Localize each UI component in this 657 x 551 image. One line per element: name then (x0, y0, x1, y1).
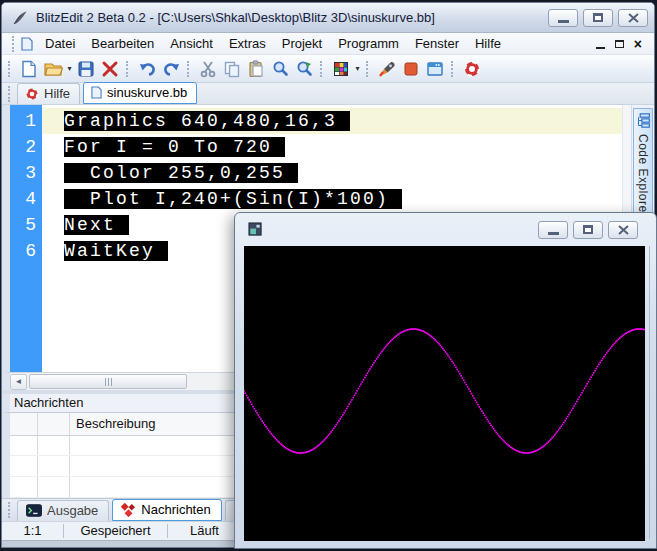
menu-ansicht[interactable]: Ansicht (162, 34, 221, 53)
menu-projekt[interactable]: Projekt (274, 34, 330, 53)
document-icon (21, 37, 33, 51)
stop-icon (402, 60, 420, 78)
cut-button[interactable] (196, 57, 220, 81)
code-explorer-tab[interactable]: Code Explorer (633, 108, 653, 226)
close-button[interactable] (618, 9, 648, 27)
find-button[interactable] (268, 57, 292, 81)
save-button[interactable] (74, 57, 98, 81)
menu-datei[interactable]: Datei (37, 34, 83, 53)
document-tabbar: Hilfe sinuskurve.bb (2, 83, 654, 105)
document-icon (91, 86, 102, 99)
scroll-left-arrow[interactable]: ◄ (10, 374, 27, 390)
minimize-icon (548, 232, 559, 235)
stop-button[interactable] (399, 57, 423, 81)
open-file-button[interactable] (41, 57, 65, 81)
undo-icon (138, 60, 157, 78)
runtime-restore-button[interactable] (573, 221, 603, 239)
code-line-2[interactable]: For I = 0 To 720 (42, 134, 622, 160)
new-file-icon (20, 60, 38, 78)
help-button[interactable] (460, 57, 484, 81)
selected-code: Next (64, 215, 129, 235)
close-icon (628, 13, 639, 23)
tab-ausgabe[interactable]: Ausgabe (17, 500, 109, 521)
mdi-restore-icon[interactable] (615, 40, 624, 48)
graphics-canvas (244, 246, 645, 541)
mdi-minimize-icon[interactable] (596, 47, 605, 49)
titlebar[interactable]: BlitzEdit 2 Beta 0.2 - [C:\Users\Shkal\D… (2, 3, 654, 33)
code-explorer-label: Code Explorer (636, 134, 650, 217)
code-line-1[interactable]: Graphics 640,480,16,3 (42, 108, 622, 134)
status-saved: Gespeichert (64, 524, 168, 538)
sine-curve-svg (244, 246, 645, 541)
tab-sinuskurve[interactable]: sinuskurve.bb (83, 82, 197, 104)
line-number: 4 (10, 186, 36, 212)
redo-button[interactable] (159, 57, 183, 81)
line-number: 1 (10, 108, 36, 134)
toolbar-grip-1[interactable] (8, 61, 12, 77)
menu-hilfe[interactable]: Hilfe (467, 34, 509, 53)
runtime-titlebar[interactable] (235, 213, 656, 246)
lifebuoy-icon (25, 87, 39, 101)
toolbar-grip-4[interactable] (320, 61, 324, 77)
search-icon (271, 60, 289, 78)
close-icon (618, 225, 629, 235)
runtime-close-button[interactable] (608, 221, 638, 239)
window-title: BlitzEdit 2 Beta 0.2 - [C:\Users\Shkal\D… (36, 10, 548, 25)
toolbar-grip-5[interactable] (366, 61, 370, 77)
code-line-4[interactable]: Plot I,240+(Sin(I)*100) (42, 186, 622, 212)
find-replace-button[interactable] (292, 57, 316, 81)
toolbar-grip-2[interactable] (126, 61, 130, 77)
tab-nachrichten-label: Nachrichten (141, 502, 210, 517)
window-view-button[interactable] (423, 57, 447, 81)
lifebuoy-icon (463, 60, 481, 78)
search-replace-icon (295, 60, 313, 78)
minimize-button[interactable] (548, 9, 578, 27)
scroll-thumb[interactable] (29, 374, 187, 389)
tab-hilfe-label: Hilfe (44, 86, 70, 101)
menubar-grip[interactable] (12, 36, 16, 52)
tab-ausgabe-label: Ausgabe (47, 503, 98, 518)
restore-icon (583, 225, 593, 234)
redo-icon (162, 60, 181, 78)
blitz-runtime-window[interactable] (234, 212, 657, 549)
menu-extras[interactable]: Extras (221, 34, 274, 53)
tab-sinuskurve-label: sinuskurve.bb (107, 85, 187, 100)
window-icon (426, 60, 444, 78)
tab-hilfe[interactable]: Hilfe (17, 83, 80, 104)
open-file-icon (44, 60, 63, 78)
toolbar-grip-3[interactable] (187, 61, 191, 77)
copy-button[interactable] (220, 57, 244, 81)
copy-icon (223, 60, 241, 78)
blitz-window-icon (248, 222, 263, 237)
menu-bearbeiten[interactable]: Bearbeiten (83, 34, 162, 53)
tabbar-grip[interactable] (8, 86, 12, 102)
mdi-close-icon[interactable]: × (634, 39, 642, 49)
new-file-button[interactable] (17, 57, 41, 81)
tab-nachrichten[interactable]: Nachrichten (112, 499, 221, 521)
color-palette-button[interactable] (329, 57, 353, 81)
bottom-tabbar-grip[interactable] (8, 502, 12, 518)
runtime-minimize-button[interactable] (538, 221, 568, 239)
menubar: Datei Bearbeiten Ansicht Extras Projekt … (2, 33, 654, 55)
code-line-3[interactable]: Color 255,0,255 (42, 160, 622, 186)
open-file-dropdown-icon[interactable]: ▾ (65, 64, 74, 73)
close-file-button[interactable] (98, 57, 122, 81)
color-palette-icon (332, 60, 350, 78)
save-icon (77, 60, 95, 78)
paste-icon (247, 60, 265, 78)
run-button[interactable] (375, 57, 399, 81)
code-explorer-icon (636, 113, 651, 128)
feather-quill-icon (12, 10, 28, 26)
thumb-grip (108, 378, 109, 386)
palette-dropdown-icon[interactable]: ▾ (353, 64, 362, 73)
selected-code: WaitKey (64, 241, 168, 261)
toolbar-grip-6[interactable] (451, 61, 455, 77)
column-blank-2 (38, 413, 70, 435)
paste-button[interactable] (244, 57, 268, 81)
selected-code: Color 255,0,255 (64, 163, 298, 183)
menu-programm[interactable]: Programm (330, 34, 407, 53)
cut-icon (199, 60, 217, 78)
menu-fenster[interactable]: Fenster (407, 34, 467, 53)
undo-button[interactable] (135, 57, 159, 81)
restore-button[interactable] (583, 9, 613, 27)
